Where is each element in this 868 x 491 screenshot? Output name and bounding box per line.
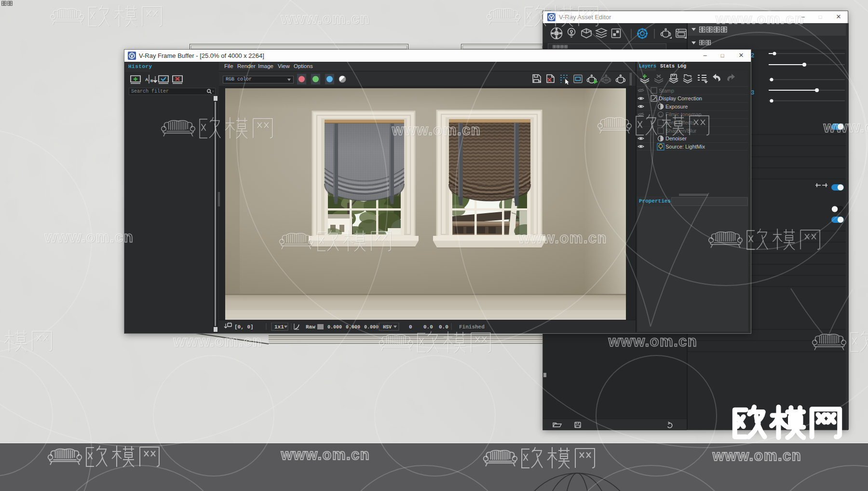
svg-text:0.0: 0.0	[439, 324, 448, 330]
svg-text:A: A	[145, 77, 149, 82]
svg-text:0.000: 0.000	[346, 325, 360, 330]
svg-text:0.000: 0.000	[364, 325, 379, 330]
svg-text:HSV: HSV	[383, 325, 392, 330]
svg-text:2: 2	[751, 53, 754, 59]
svg-text:1x1: 1x1	[274, 324, 284, 330]
svg-text:Sharpen/Blur: Sharpen/Blur	[665, 128, 697, 134]
svg-text:0: 0	[409, 324, 412, 330]
svg-text:[0, 0]: [0, 0]	[234, 324, 254, 330]
svg-text:Source: LightMix: Source: LightMix	[665, 144, 705, 150]
svg-text:0.000: 0.000	[327, 325, 342, 330]
svg-text:0.0: 0.0	[423, 324, 433, 330]
svg-text:B: B	[150, 79, 153, 83]
svg-text:3: 3	[751, 90, 754, 96]
svg-text:Display Correction: Display Correction	[659, 95, 702, 101]
svg-text:Stamp: Stamp	[659, 88, 674, 94]
svg-text:Raw: Raw	[306, 324, 315, 330]
svg-text:Finished: Finished	[459, 324, 485, 330]
svg-text:Filmic tonemap: Filmic tonemap	[665, 111, 702, 117]
svg-text:Lens Effects: Lens Effects	[665, 120, 695, 125]
svg-text:Exposure: Exposure	[665, 104, 688, 109]
svg-text:Denoiser: Denoiser	[665, 136, 687, 141]
